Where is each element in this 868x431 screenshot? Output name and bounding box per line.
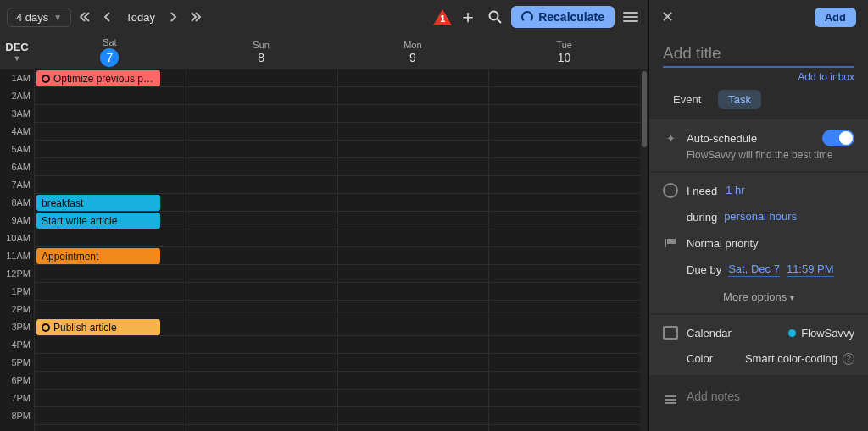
svg-line-1 xyxy=(498,19,502,24)
clock-icon xyxy=(663,183,678,198)
nav-prev-icon[interactable] xyxy=(98,6,115,28)
month-picker[interactable]: DEC ▼ xyxy=(0,34,34,69)
calendar-event[interactable]: Publish article xyxy=(36,319,160,335)
calendar-value[interactable]: FlowSavvy xyxy=(788,327,854,340)
calendar-event[interactable]: Start write article xyxy=(36,213,160,229)
time-label: 8PM xyxy=(0,407,34,425)
add-icon[interactable]: ＋ xyxy=(457,6,479,28)
range-dropdown[interactable]: 4 days ▼ xyxy=(7,8,71,27)
title-input[interactable]: Add title xyxy=(663,42,854,68)
calendar-event[interactable]: Optimize previous p… xyxy=(36,70,160,86)
tab-event[interactable]: Event xyxy=(663,90,711,109)
day-header[interactable]: Sat7 xyxy=(34,34,186,69)
day-number: 10 xyxy=(558,51,571,64)
menu-icon[interactable] xyxy=(620,6,642,28)
day-column[interactable] xyxy=(488,69,640,431)
details-panel: ✕ Add Add title Add to inbox Event Task … xyxy=(648,0,868,431)
auto-schedule-desc: FlowSavvy will find the best time xyxy=(687,149,854,161)
time-label: 3AM xyxy=(0,105,34,123)
time-gutter: 1AM2AM3AM4AM5AM6AM7AM8AM9AM10AM11AM12PM1… xyxy=(0,69,34,431)
time-label: 1AM xyxy=(0,69,34,87)
notes-input[interactable]: Add notes xyxy=(649,377,868,416)
refresh-icon xyxy=(521,11,533,23)
day-name: Sun xyxy=(253,40,270,50)
task-checkbox-icon[interactable] xyxy=(42,75,50,83)
svg-point-0 xyxy=(490,12,498,20)
event-title: Appointment xyxy=(42,251,98,262)
alert-triangle-icon[interactable]: 1 xyxy=(433,9,452,25)
sparkle-icon xyxy=(663,130,678,146)
time-label: 8AM xyxy=(0,194,34,212)
month-label: DEC xyxy=(5,41,28,53)
day-header[interactable]: Sun8 xyxy=(186,34,337,69)
due-time[interactable]: 11:59 PM xyxy=(787,262,834,277)
range-label: 4 days xyxy=(16,11,48,24)
time-label: 9AM xyxy=(0,212,34,229)
priority-label[interactable]: Normal priority xyxy=(687,237,759,250)
alert-count: 1 xyxy=(440,14,445,24)
day-column[interactable] xyxy=(186,69,337,431)
time-label: 11AM xyxy=(0,247,34,265)
add-button[interactable]: Add xyxy=(815,8,856,27)
nav-next-icon[interactable] xyxy=(165,6,182,28)
more-options-toggle[interactable]: More options ▾ xyxy=(663,287,854,303)
event-title: breakfast xyxy=(42,197,83,209)
notes-placeholder: Add notes xyxy=(687,390,740,403)
recalculate-label: Recalculate xyxy=(538,10,604,24)
duration-value[interactable]: 1 hr xyxy=(726,184,744,197)
close-icon[interactable]: ✕ xyxy=(661,8,674,26)
day-columns[interactable]: Optimize previous p…breakfastStart write… xyxy=(34,69,640,431)
more-options-label: More options xyxy=(723,290,787,303)
auto-schedule-label: Auto-schedule xyxy=(687,132,757,145)
time-label: 4AM xyxy=(0,123,34,141)
title-placeholder: Add title xyxy=(663,44,721,62)
during-value[interactable]: personal hours xyxy=(724,210,797,224)
event-title: Optimize previous p… xyxy=(53,73,153,85)
calendar-event[interactable]: Appointment xyxy=(36,248,160,264)
day-header[interactable]: Mon9 xyxy=(337,34,489,69)
chevron-down-icon: ▾ xyxy=(790,293,794,302)
time-label: 12PM xyxy=(0,265,34,283)
tab-task[interactable]: Task xyxy=(718,90,761,109)
auto-schedule-toggle[interactable] xyxy=(822,130,854,146)
scrollbar-thumb[interactable] xyxy=(642,71,647,147)
color-value[interactable]: Smart color-coding ? xyxy=(745,352,854,365)
calendar-label: Calendar xyxy=(687,327,732,340)
time-label: 2AM xyxy=(0,87,34,105)
day-number: 9 xyxy=(409,51,416,64)
vertical-scrollbar[interactable] xyxy=(640,69,648,431)
auto-schedule-section: Auto-schedule FlowSavvy will find the be… xyxy=(649,119,868,171)
event-title: Publish article xyxy=(53,322,117,334)
schedule-section: I need 1 hr during personal hours Normal… xyxy=(649,173,868,313)
add-to-inbox-link[interactable]: Add to inbox xyxy=(649,68,868,90)
due-label: Due by xyxy=(687,263,721,276)
notes-icon xyxy=(663,389,678,404)
day-column[interactable]: Optimize previous p…breakfastStart write… xyxy=(34,69,186,431)
time-label: 5PM xyxy=(0,354,34,372)
nav-last-icon[interactable] xyxy=(187,6,204,28)
time-label: 6AM xyxy=(0,158,34,176)
time-label: 6PM xyxy=(0,372,34,390)
today-button[interactable]: Today xyxy=(120,9,160,25)
time-label: 10AM xyxy=(0,229,34,247)
day-column[interactable] xyxy=(337,69,489,431)
time-label: 7PM xyxy=(0,390,34,407)
time-label: 2PM xyxy=(0,301,34,318)
nav-first-icon[interactable] xyxy=(76,6,93,28)
day-header[interactable]: Tue10 xyxy=(488,34,640,69)
time-label: 4PM xyxy=(0,336,34,354)
help-icon[interactable]: ? xyxy=(843,353,854,365)
time-label: 3PM xyxy=(0,318,34,336)
type-tabs: Event Task xyxy=(649,90,868,119)
chevron-down-icon: ▼ xyxy=(14,54,21,63)
time-label: 1PM xyxy=(0,283,34,301)
day-name: Tue xyxy=(556,40,572,50)
color-label: Color xyxy=(687,352,713,365)
calendar-icon xyxy=(663,325,678,340)
due-date[interactable]: Sat, Dec 7 xyxy=(728,262,780,277)
calendar-event[interactable]: breakfast xyxy=(36,195,160,211)
day-header-row: DEC ▼ Sat7Sun8Mon9Tue10 xyxy=(0,34,648,69)
task-checkbox-icon[interactable] xyxy=(42,323,50,332)
search-icon[interactable] xyxy=(484,6,506,28)
recalculate-button[interactable]: Recalculate xyxy=(511,6,615,28)
